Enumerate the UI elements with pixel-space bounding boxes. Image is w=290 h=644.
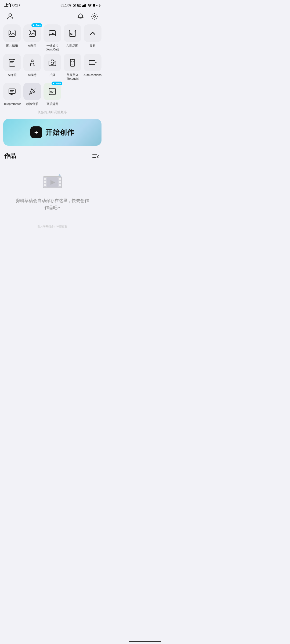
- tool-collapse-label: 收起: [90, 44, 96, 47]
- tool-remove-bg-label: 移除背景: [26, 102, 38, 106]
- battery-icon: 43: [93, 3, 100, 7]
- svg-rect-39: [89, 60, 95, 65]
- svg-rect-16: [9, 30, 15, 36]
- tools-row-3: Teleprompter 移除背景 Free HD 画质提升: [3, 83, 102, 106]
- tool-enhance[interactable]: Free HD 画质提升: [44, 83, 61, 106]
- svg-text:AI: AI: [72, 58, 74, 60]
- svg-rect-59: [59, 184, 61, 186]
- svg-point-17: [10, 31, 11, 33]
- enhance-icon: HD: [48, 87, 57, 96]
- remove-bg-icon: [28, 87, 37, 96]
- tool-camera-label: 拍摄: [49, 73, 55, 77]
- ai-draw-icon: AI: [28, 29, 37, 38]
- alarm-icon: [73, 3, 76, 7]
- camera-icon: [48, 58, 57, 67]
- create-button[interactable]: + 开始创作: [3, 119, 102, 146]
- tools-row-2: AI AI海报 AI AI模特 拍摄 AI 美颜美体（Retouch）: [3, 54, 102, 81]
- bell-icon: [77, 13, 84, 20]
- svg-rect-5: [82, 5, 83, 7]
- tool-teleprompter[interactable]: Teleprompter: [3, 83, 21, 106]
- svg-point-14: [9, 14, 12, 16]
- svg-point-15: [94, 16, 96, 17]
- settings-icon: [91, 13, 98, 20]
- svg-text:AI: AI: [32, 61, 34, 63]
- empty-cell-2: [84, 83, 102, 106]
- tool-teleprompter-label: Teleprompter: [3, 102, 21, 106]
- tool-ai-product[interactable]: AI AI商品图: [63, 24, 81, 52]
- status-time: 上午8:17: [4, 3, 20, 8]
- tool-ai-poster[interactable]: AI AI海报: [3, 54, 21, 81]
- signal-icon: [82, 4, 86, 7]
- tools-section: 图片编辑 Free AI AI作图 一键成片（AutoCut） AI AI商品图: [0, 24, 105, 106]
- wifi-icon: [88, 4, 92, 7]
- svg-rect-7: [84, 4, 85, 7]
- empty-state-text: 剪辑草稿会自动保存在这里，快去创作作品吧~: [16, 197, 89, 211]
- svg-point-20: [30, 31, 31, 33]
- network-speed: 81.1K/s: [60, 3, 71, 7]
- svg-text:AI: AI: [13, 59, 15, 61]
- svg-rect-54: [44, 178, 46, 180]
- svg-point-9: [89, 6, 90, 7]
- empty-cell-1: [63, 83, 81, 106]
- svg-text:I: I: [73, 33, 73, 35]
- user-icon: [6, 12, 14, 20]
- tool-collapse[interactable]: 收起: [84, 24, 102, 52]
- tool-img-edit[interactable]: 图片编辑: [3, 24, 21, 52]
- tool-ai-poster-label: AI海报: [8, 73, 16, 77]
- works-title: 作品: [4, 152, 16, 160]
- svg-rect-6: [83, 5, 84, 7]
- ai-model-icon: AI: [28, 58, 37, 67]
- header: [0, 9, 105, 24]
- collapse-icon: [88, 29, 97, 38]
- svg-rect-57: [59, 178, 61, 180]
- svg-rect-8: [85, 4, 86, 7]
- tool-camera[interactable]: 拍摄: [44, 54, 61, 81]
- svg-rect-32: [49, 61, 56, 66]
- user-avatar-button[interactable]: [5, 12, 15, 21]
- autocaptions-icon: [88, 58, 97, 67]
- works-sort-button[interactable]: [91, 151, 100, 161]
- ai-draw-badge: Free: [31, 23, 42, 27]
- status-right: 81.1K/s HD 43: [60, 3, 100, 7]
- sort-edit-icon: [92, 153, 99, 159]
- svg-text:A: A: [70, 32, 72, 35]
- tools-row-1: 图片编辑 Free AI AI作图 一键成片（AutoCut） AI AI商品图: [3, 24, 102, 52]
- img-edit-icon: [8, 29, 16, 38]
- svg-rect-55: [44, 181, 46, 183]
- svg-point-34: [54, 61, 55, 62]
- tool-ai-draw[interactable]: Free AI AI作图: [23, 24, 41, 52]
- tool-autocaptions-label: Auto captions: [84, 73, 102, 77]
- svg-point-33: [51, 62, 54, 65]
- film-reel-icon: [40, 173, 64, 192]
- create-plus-icon: +: [30, 126, 42, 138]
- tool-autocaptions[interactable]: Auto captions: [84, 54, 102, 81]
- svg-rect-42: [9, 89, 15, 94]
- svg-rect-11: [93, 4, 95, 6]
- autocut-icon: [48, 29, 57, 38]
- tool-ai-product-label: AI商品图: [67, 44, 78, 47]
- ai-product-icon: AI: [68, 29, 77, 38]
- hd-icon: HD: [77, 4, 81, 7]
- tool-enhance-label: 画质提升: [46, 102, 58, 106]
- tool-ai-model[interactable]: AI AI模特: [23, 54, 41, 81]
- tool-ai-model-label: AI模特: [28, 73, 37, 77]
- tool-autocut-label: 一键成片（AutoCut）: [44, 44, 61, 52]
- drag-hint: 长按拖动可调整顺序: [0, 108, 105, 119]
- works-header: 作品: [4, 151, 100, 161]
- status-bar: 上午8:17 81.1K/s HD 43: [0, 0, 105, 9]
- tool-remove-bg[interactable]: 移除背景: [23, 83, 41, 106]
- tool-retouch[interactable]: AI 美颜美体（Retouch）: [63, 54, 81, 81]
- settings-button[interactable]: [90, 12, 99, 21]
- teleprompter-icon: [8, 87, 16, 96]
- notification-button[interactable]: [76, 12, 85, 21]
- svg-rect-12: [100, 5, 100, 6]
- enhance-badge: Free: [52, 82, 62, 85]
- tool-autocut[interactable]: 一键成片（AutoCut）: [44, 24, 61, 52]
- watermark: 图片字幕结合小标签左右: [0, 222, 105, 231]
- tool-ai-draw-label: AI作图: [28, 44, 37, 47]
- empty-state: 剪辑草稿会自动保存在这里，快去创作作品吧~: [4, 166, 100, 222]
- ai-poster-icon: AI: [8, 58, 16, 67]
- svg-text:43: 43: [96, 5, 97, 6]
- svg-text:HD: HD: [78, 5, 80, 6]
- svg-text:HD: HD: [50, 90, 53, 93]
